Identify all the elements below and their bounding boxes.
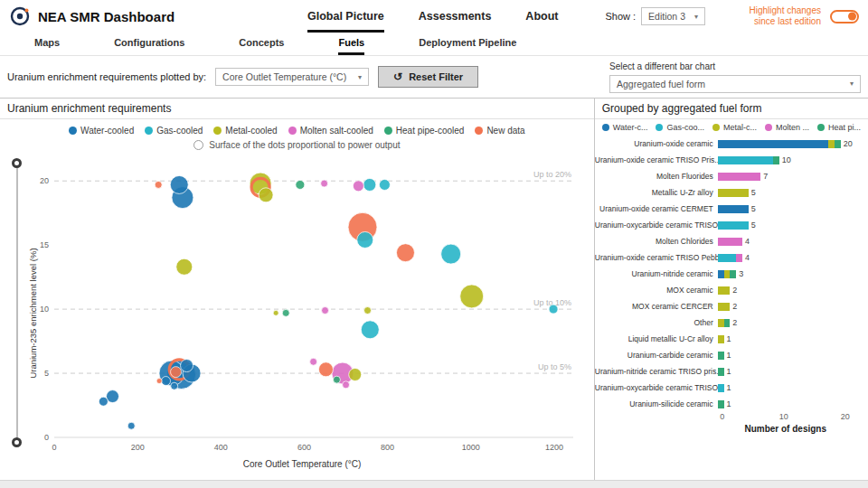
bubble[interactable] [156,379,162,384]
bubble[interactable] [361,321,379,339]
bubble[interactable] [363,178,376,191]
bar-segment-molten[interactable] [718,238,742,246]
bubble[interactable] [310,358,317,365]
bar-row[interactable]: Uranium-oxide ceramic TRISO Pebble 4 [595,249,868,266]
bottom-scroll-strip[interactable] [0,480,868,488]
bubble[interactable] [181,360,193,372]
bubble[interactable] [259,188,273,202]
bar-segment-water[interactable] [718,205,749,213]
bubble[interactable] [171,382,178,389]
bar-row[interactable]: Uranium-oxide ceramic TRISO Pris... 10 [595,152,868,168]
subtab-deployment-pipeline[interactable]: Deployment Pipeline [419,33,516,55]
bar-row[interactable]: Uranium-silicide ceramic 1 [595,396,868,412]
subtab-concepts[interactable]: Concepts [239,33,284,55]
legend-item-water[interactable]: Water-cooled [69,126,134,136]
bar-row[interactable]: MOX ceramic CERCER 2 [595,298,868,314]
bar-segment-metal[interactable] [718,335,724,343]
bar-segment-gas[interactable] [718,384,724,392]
tab-global-picture[interactable]: Global Picture [307,0,384,33]
bubble[interactable] [460,285,484,308]
bar-segment-heat[interactable] [724,319,731,327]
bar-legend-item-molten[interactable]: Molten ... [765,123,809,132]
subtab-configurations[interactable]: Configurations [114,33,184,55]
bubble[interactable] [441,244,461,264]
plotted-by-dropdown[interactable]: Core Outlet Temperature (°C) ▾ [215,68,369,86]
bar-row[interactable]: Uranium-nitride ceramic TRISO pris... 1 [595,363,868,380]
bar-row[interactable]: Liquid metallic U-Cr alloy 1 [595,331,868,347]
bar-row[interactable]: Metallic U-Zr alloy 5 [595,184,868,201]
bubble[interactable] [321,180,328,187]
bubble[interactable] [171,367,182,378]
bar-segment-heat[interactable] [730,270,736,278]
tab-about[interactable]: About [525,0,558,33]
bubble[interactable] [170,175,188,193]
bar-segment-metal[interactable] [828,140,835,148]
bar-segment-metal[interactable] [724,270,731,278]
bubble[interactable] [379,179,390,190]
bubble[interactable] [396,244,414,262]
bar-segment-metal[interactable] [718,319,724,327]
bar-row[interactable]: Other 2 [595,314,868,331]
slider-handle-top[interactable] [12,158,22,168]
bubble[interactable] [549,305,558,314]
bar-segment-water[interactable] [718,270,724,278]
legend-item-heat[interactable]: Heat pipe-cooled [384,126,465,136]
bubble[interactable] [161,377,170,386]
bubble[interactable] [127,422,135,429]
legend-item-metal[interactable]: Metal-cooled [213,126,277,136]
bar-legend-item-heat[interactable]: Heat pi... [817,123,861,132]
bubble[interactable] [155,181,162,188]
highlight-changes-toggle[interactable] [830,10,859,23]
bar-segment-heat[interactable] [718,400,724,408]
reset-filter-button[interactable]: ↺ Reset Filter [378,66,478,88]
bar-chart-dropdown[interactable]: Aggregated fuel form ▾ [609,75,861,93]
legend-item-new[interactable]: New data [475,126,524,136]
bar-row[interactable]: Uranium-oxide ceramic CERMET 5 [595,201,868,217]
bubble[interactable] [322,307,329,314]
bubble[interactable] [343,381,350,389]
bar-legend-item-gas[interactable]: Gas-coo... [656,123,704,132]
bar-segment-heat[interactable] [773,156,779,164]
subtab-maps[interactable]: Maps [34,33,60,55]
y-axis-range-slider[interactable] [12,158,23,447]
bar-row[interactable]: Uranium-oxycarbide ceramic TRISO... 5 [595,217,868,233]
bar-row[interactable]: Molten Fluorides 7 [595,168,868,184]
bar-row[interactable]: Uranium-nitride ceramic 3 [595,266,868,282]
bubble[interactable] [282,309,289,316]
bubble[interactable] [296,180,305,189]
bar-segment-gas[interactable] [718,254,736,262]
bubble[interactable] [333,376,340,383]
bubble[interactable] [273,310,278,315]
bar-row[interactable]: Uranium-carbide ceramic 1 [595,347,868,363]
bar-segment-heat[interactable] [835,140,841,148]
bar-row[interactable]: Uranium-oxycarbide ceramic TRISO... 1 [595,380,868,396]
bar-segment-metal[interactable] [718,189,749,197]
bar-legend-item-water[interactable]: Water-c... [602,123,648,132]
edition-dropdown[interactable]: Edition 3 ▾ [641,7,705,25]
bar-segment-molten[interactable] [718,173,761,181]
bar-segment-gas[interactable] [718,221,749,230]
bar-segment-metal[interactable] [718,303,731,311]
bar-segment-water[interactable] [718,140,828,148]
bar-row[interactable]: Molten Chlorides 4 [595,233,868,249]
bar-row[interactable]: Uranium-oxide ceramic 20 [595,136,868,152]
bar-segment-metal[interactable] [718,286,731,295]
bar-segment-heat[interactable] [718,352,724,360]
bubble[interactable] [99,397,108,406]
bubble[interactable] [364,307,372,314]
bubble[interactable] [353,181,363,192]
bar-segment-gas[interactable] [718,156,773,164]
scatter-chart[interactable]: Up to 20%Up to 10%Up to 5%02004006008001… [31,152,591,459]
legend-item-gas[interactable]: Gas-cooled [145,126,203,136]
subtab-fuels[interactable]: Fuels [338,33,364,55]
slider-handle-bottom[interactable] [12,437,22,447]
bar-row[interactable]: MOX ceramic 2 [595,282,868,298]
bubble[interactable] [349,368,362,380]
bar-legend-item-metal[interactable]: Metal-c... [712,123,757,132]
bubble[interactable] [176,258,193,275]
bar-segment-heat[interactable] [718,368,724,376]
bar-segment-molten[interactable] [736,254,742,262]
bubble[interactable] [318,362,333,377]
legend-item-molten[interactable]: Molten salt-cooled [288,126,373,136]
tab-assessments[interactable]: Assessments [419,0,492,33]
